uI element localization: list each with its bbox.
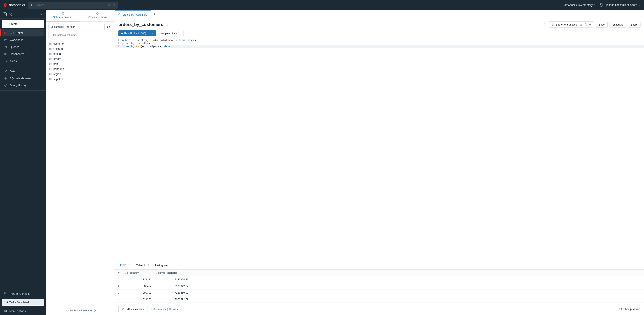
folder-icon <box>4 38 7 42</box>
sql-persona-icon: S <box>3 13 6 16</box>
expand-icon[interactable]: ▸ <box>125 272 127 274</box>
add-visualization[interactable]: + <box>177 263 185 267</box>
share-button[interactable]: Share <box>628 22 640 28</box>
table-item[interactable]: orders <box>48 56 112 61</box>
create-button[interactable]: Create <box>2 20 44 28</box>
refresh-icon[interactable] <box>93 309 96 312</box>
persona-switcher[interactable]: S SQL <box>0 10 46 19</box>
table-icon <box>49 47 52 50</box>
svg-rect-28 <box>50 68 51 70</box>
save-button[interactable]: Save <box>596 22 608 28</box>
edit-visualization-button[interactable]: Edit visualization <box>118 306 148 312</box>
favorite-star-icon[interactable]: ☆ <box>165 23 168 27</box>
svg-rect-7 <box>6 54 7 55</box>
run-all-button[interactable]: ▶ Run All (limit 1000) <box>118 30 149 36</box>
nav-workspace[interactable]: Workspace <box>2 37 44 44</box>
catalog-icon <box>50 26 53 28</box>
table-row[interactable]: 23824147139342.74 <box>115 283 644 289</box>
svg-rect-16 <box>4 292 6 293</box>
editor-main: ✓ orders_by_customers + orders_by_custom… <box>115 10 644 315</box>
svg-rect-3 <box>5 46 6 48</box>
user-menu[interactable]: jochen.christ@innoq.com <box>606 3 641 7</box>
help-icon[interactable]: ? <box>599 3 602 7</box>
nav-warehouses[interactable]: SQL Warehouses <box>2 75 44 82</box>
svg-rect-4 <box>5 53 6 54</box>
schema-icon <box>67 26 69 28</box>
menu-options[interactable]: Menu options <box>0 307 46 315</box>
nav-partner-connect[interactable]: Partner Connect <box>2 290 44 297</box>
table-list: customerlineitemnationorderspartpartsupp… <box>46 40 115 83</box>
history-icon <box>4 84 7 87</box>
nav-query-history[interactable]: Query History <box>2 82 44 89</box>
nav-data[interactable]: Data <box>2 68 44 75</box>
table-item[interactable]: lineitem <box>48 46 112 51</box>
add-query-tab[interactable]: + <box>151 13 158 17</box>
pencil-icon <box>121 307 124 310</box>
table-item[interactable]: part <box>48 61 112 67</box>
svg-point-12 <box>6 78 7 79</box>
svg-point-19 <box>62 13 64 13</box>
nav-queries[interactable]: Queries <box>2 44 44 51</box>
table-row[interactable]: 17211807147854.45 <box>115 276 644 283</box>
last-fetch-status: Last fetch: a minute ago <box>46 306 115 315</box>
nav-alerts[interactable]: Alerts <box>2 58 44 65</box>
viz-tab-table-1[interactable]: Table 1 ⋮ <box>134 261 152 269</box>
table-row[interactable]: 43212567076592.79 <box>115 296 644 303</box>
workspace-name[interactable]: databricks-invententory-3 <box>564 4 595 7</box>
table-icon <box>49 58 52 60</box>
table-icon <box>49 53 52 55</box>
viz-tab-menu[interactable]: ⋮ <box>172 264 174 267</box>
tasks-completed-pill[interactable]: 1/3 Tasks Completed <box>2 299 44 306</box>
chevron-down-icon <box>151 32 154 34</box>
queries-icon <box>4 46 7 49</box>
col-custkey[interactable]: ▸o_custkey <box>123 269 154 276</box>
schema-refresh-button[interactable] <box>104 24 112 30</box>
tab-past-executions[interactable]: Past executions <box>80 10 115 22</box>
nav-primary: SQL Editor Workspace Queries Dashboards … <box>0 30 46 65</box>
filter-tables-input[interactable] <box>48 32 112 38</box>
schedule-button[interactable]: Schedule <box>610 22 626 28</box>
runtime-info: 1.70 s runtime | 1K rows <box>150 307 178 310</box>
search-input[interactable] <box>36 4 106 7</box>
viz-tab-histogram-1[interactable]: Histogram 1 ⋮ <box>152 261 177 269</box>
history-icon <box>96 12 99 15</box>
query-tab[interactable]: ✓ orders_by_customers <box>115 10 151 19</box>
database-icon <box>62 12 64 15</box>
query-title: orders_by_customers <box>118 22 163 27</box>
topbar: databricks ⌘ + P databricks-invententory… <box>0 0 644 10</box>
viz-tab-menu[interactable]: ⋮ <box>128 263 131 267</box>
svg-rect-17 <box>6 294 7 295</box>
run-dropdown[interactable] <box>149 30 156 36</box>
tab-schema-browser[interactable]: Schema browser <box>46 10 80 22</box>
svg-rect-5 <box>6 53 7 54</box>
schema-breadcrumb[interactable]: samples › tpch <box>48 24 104 30</box>
global-search[interactable]: ⌘ + P <box>28 2 118 9</box>
brand-name: databricks <box>9 3 25 7</box>
catalog-context-selector[interactable]: samples . tpch <box>158 30 184 36</box>
table-item[interactable]: region <box>48 72 112 77</box>
table-item[interactable]: supplier <box>48 77 112 82</box>
col-rownum[interactable]: # <box>115 269 123 276</box>
warehouse-icon <box>552 23 554 26</box>
svg-point-13 <box>6 77 6 78</box>
table-row[interactable]: 32997017128450.99 <box>115 289 644 296</box>
warehouse-selector[interactable]: Starter Warehouse (S) ✓ <box>549 22 594 28</box>
table-item[interactable]: customer <box>48 41 112 46</box>
data-icon <box>4 70 7 73</box>
query-more-menu[interactable]: ⋮ <box>542 23 547 27</box>
table-icon <box>49 73 52 76</box>
chevron-down-icon <box>178 32 181 35</box>
nav-sql-editor[interactable]: SQL Editor <box>2 30 44 37</box>
databricks-logo-icon <box>3 3 8 7</box>
viz-tab-menu[interactable]: ⋮ <box>147 264 150 267</box>
expand-icon[interactable]: ▸ <box>156 272 158 274</box>
table-item[interactable]: nation <box>48 51 112 56</box>
check-circle-icon: ✓ <box>118 14 121 16</box>
sidebar: S SQL Create SQL Editor Workspace <box>0 10 46 315</box>
viz-tab-table[interactable]: Table ⋮ <box>117 261 134 269</box>
table-item[interactable]: partsupp <box>48 67 112 72</box>
sql-editor[interactable]: 1select o_custkey, sum(o_totalprice) fro… <box>115 38 644 48</box>
col-total[interactable]: ▸sum(o_totalprice) <box>154 269 191 276</box>
nav-dashboards[interactable]: Dashboards <box>2 51 44 58</box>
table-icon <box>49 42 52 45</box>
